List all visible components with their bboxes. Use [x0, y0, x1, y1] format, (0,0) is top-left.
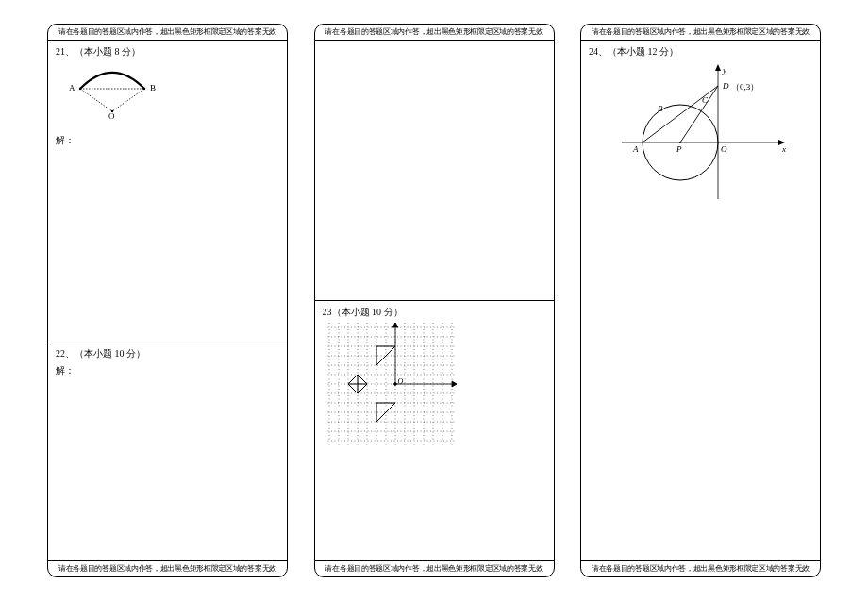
column-header: 请在各题目的答题区域内作答，超出黑色矩形框限定区域的答案无效 — [581, 25, 820, 41]
question-23-figure: O — [325, 323, 457, 445]
svg-marker-41 — [715, 64, 721, 71]
question-22-title: 22、（本小题 10 分） — [56, 347, 279, 360]
question-23-title: 23（本小题 10 分） — [323, 306, 546, 319]
answer-column-2: 请在各题目的答题区域内作答，超出黑色矩形框限定区域的答案无效 23（本小题 10… — [314, 24, 555, 577]
column-content: 23（本小题 10 分） — [315, 41, 554, 561]
svg-line-44 — [680, 86, 718, 142]
svg-point-4 — [143, 87, 145, 89]
column-content: 21、（本小题 8 分） A B O 解： 22、（本小题 10 分） 解： — [48, 41, 287, 561]
column-header: 请在各题目的答题区域内作答，超出黑色矩形框限定区域的答案无效 — [315, 25, 554, 41]
question-23-area[interactable]: 23（本小题 10 分） — [315, 300, 554, 560]
label-a: A — [633, 144, 639, 154]
question-22-area[interactable]: 22、（本小题 10 分） 解： — [48, 342, 287, 560]
question-21-figure: A B O — [59, 62, 173, 128]
label-o: O — [108, 111, 115, 121]
question-24-title: 24、（本小题 12 分） — [589, 45, 812, 58]
svg-marker-35 — [452, 381, 457, 387]
svg-line-2 — [112, 89, 144, 111]
label-x: x — [782, 144, 786, 154]
svg-point-3 — [79, 87, 81, 89]
blank-continuation-area[interactable] — [315, 41, 554, 300]
answer-column-3: 请在各题目的答题区域内作答，超出黑色矩形框限定区域的答案无效 24、（本小题 1… — [580, 24, 821, 577]
question-22-solve: 解： — [56, 364, 279, 377]
column-footer: 请在各题目的答题区域内作答，超出黑色矩形框限定区域的答案无效 — [581, 560, 820, 576]
label-o: O — [398, 377, 404, 386]
svg-line-43 — [643, 86, 718, 142]
label-b: B — [150, 83, 156, 92]
column-footer: 请在各题目的答题区域内作答，超出黑色矩形框限定区域的答案无效 — [315, 560, 554, 576]
label-d-coord: （0,3） — [731, 81, 759, 93]
question-24-figure: y x D （0,3） C B A P O — [622, 62, 792, 204]
column-content: 24、（本小题 12 分） y x D — [581, 41, 820, 561]
label-b: B — [658, 104, 663, 113]
question-21-title: 21、（本小题 8 分） — [56, 45, 279, 58]
column-footer: 请在各题目的答题区域内作答，超出黑色矩形框限定区域的答案无效 — [48, 560, 287, 576]
svg-marker-37 — [392, 323, 398, 327]
question-21-area[interactable]: 21、（本小题 8 分） A B O 解： — [48, 41, 287, 342]
label-p: P — [676, 144, 682, 154]
label-y: y — [723, 65, 726, 75]
label-d: D — [723, 81, 729, 91]
question-21-solve: 解： — [56, 134, 279, 147]
question-24-area[interactable]: 24、（本小题 12 分） y x D — [581, 41, 820, 561]
label-a: A — [69, 83, 75, 92]
label-o: O — [721, 144, 727, 154]
answer-column-1: 请在各题目的答题区域内作答，超出黑色矩形框限定区域的答案无效 21、（本小题 8… — [47, 24, 288, 577]
svg-line-1 — [80, 89, 112, 111]
column-header: 请在各题目的答题区域内作答，超出黑色矩形框限定区域的答案无效 — [48, 25, 287, 41]
label-c: C — [702, 95, 708, 105]
svg-point-45 — [679, 141, 681, 142]
